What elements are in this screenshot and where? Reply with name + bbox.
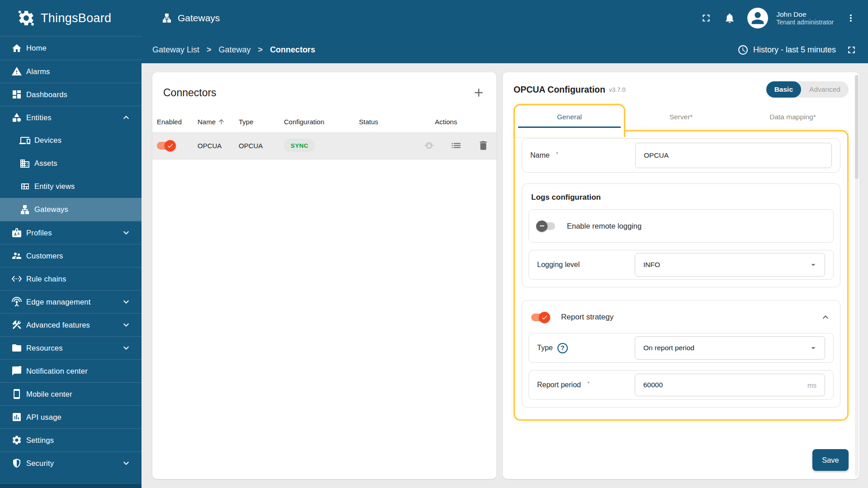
avatar[interactable] bbox=[747, 8, 768, 28]
connector-row-opcua[interactable]: OPCUA OPCUA SYNC bbox=[152, 132, 496, 160]
sidebar-item-resources[interactable]: Resources bbox=[0, 336, 142, 359]
mode-switch: Basic Advanced bbox=[766, 81, 849, 98]
logs-configuration-title: Logs configuration bbox=[531, 193, 831, 202]
sort-ascending-icon bbox=[217, 118, 225, 126]
dropdown-arrow-icon bbox=[808, 260, 818, 270]
report-strategy-toggle[interactable] bbox=[531, 314, 549, 321]
column-name[interactable]: Name bbox=[198, 118, 239, 126]
mode-basic-button[interactable]: Basic bbox=[766, 81, 801, 98]
sidebar-item-api-usage[interactable]: API usage bbox=[0, 405, 142, 428]
sidebar-item-settings[interactable]: Settings bbox=[0, 428, 142, 451]
antenna-icon bbox=[11, 296, 22, 307]
tab-server[interactable]: Server* bbox=[625, 104, 737, 130]
sidebar-item-alarms[interactable]: Alarms bbox=[0, 60, 142, 83]
sidebar-item-devices[interactable]: Devices bbox=[0, 129, 142, 152]
report-type-select[interactable]: On report period bbox=[635, 336, 825, 360]
user-role: Tenant administrator bbox=[776, 19, 834, 27]
rpc-icon bbox=[423, 140, 435, 151]
chart-icon bbox=[11, 412, 22, 422]
sidebar-item-mobile-center[interactable]: Mobile center bbox=[0, 382, 142, 405]
report-period-input-wrap: ms bbox=[635, 374, 825, 396]
home-icon bbox=[11, 43, 22, 54]
toolbar: Gateway List > Gateway > Connectors Hist… bbox=[142, 36, 868, 63]
sidebar: Home Alarms Dashboards Entities Devices … bbox=[0, 36, 142, 488]
report-period-label: Report period* bbox=[537, 381, 635, 389]
content-area: Connectors Enabled Name Type Configurati… bbox=[142, 63, 868, 488]
sidebar-item-advanced-features[interactable]: Advanced features bbox=[0, 313, 142, 336]
chat-icon bbox=[11, 366, 22, 376]
breadcrumb-gateway-list[interactable]: Gateway List bbox=[152, 45, 199, 55]
sidebar-item-notification-center[interactable]: Notification center bbox=[0, 359, 142, 382]
devices-icon bbox=[19, 135, 30, 146]
sidebar-item-security[interactable]: Security bbox=[0, 451, 142, 474]
bell-icon bbox=[724, 12, 736, 24]
help-icon[interactable]: ? bbox=[557, 343, 568, 353]
construction-icon bbox=[11, 319, 22, 330]
dashboards-icon bbox=[11, 89, 22, 100]
panel-scrollbar[interactable] bbox=[855, 75, 859, 476]
report-strategy-label: Report strategy bbox=[561, 313, 613, 322]
chevron-down-icon bbox=[121, 319, 132, 330]
connector-name-cell: OPCUA bbox=[198, 142, 239, 150]
remote-logging-label: Enable remote logging bbox=[567, 222, 642, 230]
logging-level-select[interactable]: INFO bbox=[635, 253, 825, 277]
notifications-button[interactable] bbox=[724, 12, 736, 24]
sidebar-item-assets[interactable]: Assets bbox=[0, 152, 142, 175]
gear-icon bbox=[11, 435, 22, 446]
connectors-table-header: Enabled Name Type Configuration Status A… bbox=[152, 111, 496, 132]
name-input[interactable] bbox=[644, 151, 823, 160]
logging-level-label: Logging level bbox=[537, 261, 635, 269]
user-block[interactable]: John Doe Tenant administrator bbox=[776, 10, 834, 27]
report-type-box: Type ? On report period bbox=[528, 333, 834, 363]
history-timewindow-button[interactable]: History - last 5 minutes bbox=[737, 44, 836, 56]
user-name: John Doe bbox=[776, 10, 834, 19]
sidebar-item-profiles[interactable]: Profiles bbox=[0, 221, 142, 244]
sidebar-item-edge-management[interactable]: Edge management bbox=[0, 290, 142, 313]
person-icon bbox=[749, 9, 767, 27]
sidebar-item-entities[interactable]: Entities bbox=[0, 106, 142, 129]
dashboard-fullscreen-button[interactable] bbox=[846, 44, 857, 56]
panel-version: v3.7.0 bbox=[609, 86, 626, 93]
report-period-input[interactable] bbox=[643, 381, 803, 389]
history-label: History - last 5 minutes bbox=[753, 45, 836, 55]
folder-icon bbox=[11, 343, 22, 353]
thingsboard-logo-icon bbox=[17, 9, 35, 27]
chevron-down-icon bbox=[121, 343, 132, 353]
more-menu-button[interactable] bbox=[845, 13, 856, 23]
logs-configuration-group: Logs configuration Enable remote logging… bbox=[522, 183, 840, 287]
column-status: Status bbox=[359, 118, 422, 126]
breadcrumb-connectors: Connectors bbox=[270, 45, 315, 55]
sidebar-item-gateways[interactable]: Gateways bbox=[0, 198, 142, 221]
delete-icon[interactable] bbox=[477, 140, 489, 151]
column-actions: Actions bbox=[422, 118, 496, 126]
logging-level-box: Logging level INFO bbox=[528, 250, 834, 280]
breadcrumb-gateway[interactable]: Gateway bbox=[219, 45, 251, 55]
logs-list-icon[interactable] bbox=[450, 140, 462, 151]
column-type: Type bbox=[239, 118, 284, 126]
sidebar-item-dashboards[interactable]: Dashboards bbox=[0, 83, 142, 106]
tab-general[interactable]: General bbox=[514, 104, 625, 130]
building-icon bbox=[19, 158, 30, 169]
collapse-chevron-icon[interactable] bbox=[820, 312, 831, 323]
sidebar-item-rule-chains[interactable]: Rule chains bbox=[0, 267, 142, 290]
fullscreen-icon bbox=[700, 12, 712, 24]
breadcrumb-separator: > bbox=[207, 45, 212, 55]
plus-icon bbox=[472, 86, 486, 99]
mode-advanced-button[interactable]: Advanced bbox=[801, 81, 849, 98]
remote-logging-toggle[interactable] bbox=[537, 222, 555, 230]
lan-icon bbox=[161, 13, 172, 23]
code-brackets-icon bbox=[11, 273, 22, 284]
sidebar-item-entity-views[interactable]: Entity views bbox=[0, 175, 142, 198]
clock-icon bbox=[737, 44, 749, 56]
connector-enabled-toggle[interactable] bbox=[157, 142, 175, 150]
configuration-sync-badge: SYNC bbox=[284, 139, 315, 152]
sidebar-item-customers[interactable]: Customers bbox=[0, 244, 142, 267]
tab-data-mapping[interactable]: Data mapping* bbox=[737, 104, 849, 130]
sidebar-item-home[interactable]: Home bbox=[0, 37, 142, 60]
brand[interactable]: ThingsBoard bbox=[0, 9, 142, 27]
save-button[interactable]: Save bbox=[812, 449, 849, 471]
category-icon bbox=[11, 112, 22, 123]
add-connector-button[interactable] bbox=[472, 86, 486, 99]
fullscreen-button[interactable] bbox=[700, 12, 712, 24]
app-header: ThingsBoard Gateways John Doe Tenant adm… bbox=[0, 0, 868, 36]
